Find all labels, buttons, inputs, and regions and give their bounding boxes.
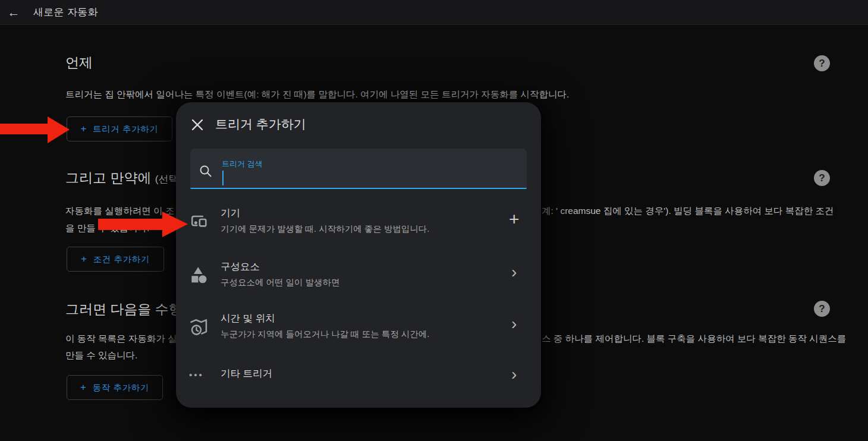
add-condition-button-label: 조건 추가하기	[93, 254, 150, 265]
automation-editor-screen: ← 새로운 자동화 언제 ? 트리거는 집 안팎에서 일어나는 특정 이벤트(예…	[0, 0, 868, 441]
add-trigger-button-label: 트리거 추가하기	[93, 124, 158, 135]
trigger-row-title: 구성요소	[221, 260, 260, 273]
section-andif-heading-main: 그리고 만약에	[65, 170, 151, 185]
red-arrow-to-device-row	[98, 211, 188, 238]
question-glyph: ?	[819, 58, 825, 70]
plus-icon: +	[81, 253, 87, 265]
section-andif-description-right: 계: ' creamsue 집에 있는 경우'). 빌딩 블록을 사용하여 보다…	[542, 205, 834, 218]
help-icon-when[interactable]: ?	[814, 55, 830, 71]
close-icon[interactable]	[190, 118, 205, 132]
dots-horizontal-icon: •••	[189, 370, 204, 380]
back-arrow-icon[interactable]: ←	[0, 5, 27, 20]
trigger-row-subtitle: 구성요소에 어떤 일이 발생하면	[221, 277, 340, 288]
search-label: 트리거 검색	[222, 159, 263, 169]
page-title: 새로운 자동화	[33, 5, 98, 19]
red-arrow-to-add-trigger-button	[0, 116, 70, 144]
trigger-row-title: 기타 트리거	[221, 367, 272, 380]
section-then-description-right: 스 중 하나를 제어합니다. 블록 구축을 사용하여 보다 복잡한 동작 시퀀스…	[542, 333, 846, 345]
search-input[interactable]: 트리거 검색	[190, 149, 527, 189]
help-icon-then[interactable]: ?	[814, 301, 830, 317]
trigger-row-title: 기기	[221, 207, 240, 220]
trigger-row-entity[interactable]: 구성요소 구성요소에 어떤 일이 발생하면 ›	[176, 248, 541, 301]
question-glyph: ?	[819, 303, 825, 315]
dialog-title: 트리거 추가하기	[215, 116, 306, 133]
section-then-heading: 그러면 다음을 수행	[65, 300, 183, 319]
plus-icon: +	[81, 123, 87, 135]
help-icon-andif[interactable]: ?	[814, 170, 830, 186]
section-when-description: 트리거는 집 안팎에서 일어나는 특정 이벤트(예: 해가 진 때)를 말합니다…	[65, 89, 569, 101]
chevron-right-icon: ›	[511, 263, 517, 282]
section-then-description-line2: 만들 수 있습니다.	[65, 349, 137, 362]
section-then-description-left: 이 동작 목록은 자동화가 실	[65, 333, 177, 345]
add-action-button[interactable]: + 동작 추가하기	[67, 375, 163, 400]
trigger-row-subtitle: 기기에 문제가 발생할 때. 시작하기에 좋은 방법입니다.	[221, 223, 429, 235]
question-glyph: ?	[819, 172, 825, 184]
section-when-heading: 언제	[65, 53, 93, 72]
plus-icon: +	[80, 382, 87, 393]
add-trigger-dialog: 트리거 추가하기 트리거 검색 기기 기기에 문제가 발생할 때. 시작하기에 …	[176, 102, 541, 408]
trigger-row-time-location[interactable]: 시간 및 위치 누군가가 지역에 들어오거나 나갈 때 또는 특정 시간에. ›	[176, 300, 541, 353]
plus-icon[interactable]: +	[509, 209, 520, 229]
trigger-row-device[interactable]: 기기 기기에 문제가 발생할 때. 시작하기에 좋은 방법입니다. +	[176, 194, 541, 248]
trigger-row-subtitle: 누군가가 지역에 들어오거나 나갈 때 또는 특정 시간에.	[221, 329, 429, 340]
chevron-right-icon: ›	[511, 365, 517, 384]
trigger-row-title: 시간 및 위치	[221, 312, 275, 325]
add-condition-button[interactable]: + 조건 추가하기	[67, 247, 164, 272]
add-trigger-button[interactable]: + 트리거 추가하기	[67, 116, 172, 141]
text-caret	[222, 171, 224, 185]
trigger-row-other[interactable]: ••• 기타 트리거 ›	[176, 357, 541, 396]
add-action-button-label: 동작 추가하기	[93, 382, 149, 393]
app-bar: ← 새로운 자동화	[0, 0, 868, 25]
chevron-right-icon: ›	[511, 314, 517, 333]
